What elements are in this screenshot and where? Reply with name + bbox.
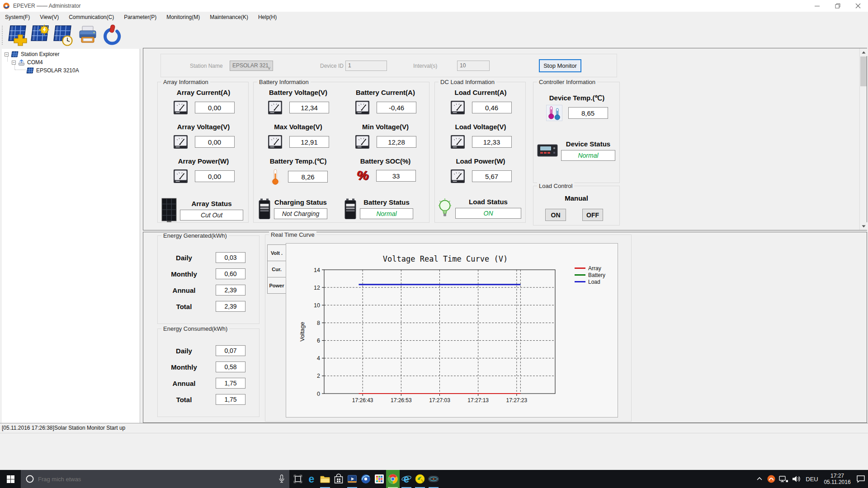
- menu-maintenance-k[interactable]: Maintenance(K): [205, 12, 253, 23]
- taskbar-app-chrome[interactable]: [386, 470, 400, 488]
- energy-row-monthly: Monthly0,58: [158, 361, 259, 372]
- array-status-status: Array StatusCut Out: [161, 198, 243, 222]
- menu-communication-c[interactable]: Communication(C): [64, 12, 119, 23]
- load-current-a-value: 0,46: [472, 102, 512, 113]
- taskbar-app-movies-tv[interactable]: [345, 470, 359, 488]
- taskbar-app-media-player[interactable]: [359, 470, 373, 488]
- vertical-scrollbar[interactable]: [859, 48, 867, 230]
- epever-logo-icon: [3, 2, 10, 9]
- stop-monitor-button[interactable]: Stop Monitor: [539, 59, 581, 72]
- svg-text:%: %: [356, 168, 368, 183]
- battery-status-value: Normal: [360, 208, 413, 219]
- min-voltage-v-value: 12,28: [377, 136, 416, 148]
- controller-icon: [537, 144, 558, 157]
- edge-icon: e: [306, 474, 317, 484]
- device-temp-metric: Device Temp.(℃)8,65: [546, 94, 608, 128]
- tray-avira-icon[interactable]: [766, 470, 777, 488]
- monitor-panel: Station Name EPSOLAR 321 ∨ Device ID 1 I…: [143, 48, 867, 230]
- array-voltage-v-label: Array Voltage(V): [177, 123, 230, 132]
- annual-value: 1,75: [216, 378, 245, 389]
- tab-power[interactable]: Power: [267, 277, 286, 294]
- station-name-label: Station Name: [190, 63, 223, 69]
- energy-row-total: Total2,39: [158, 301, 259, 312]
- annual-label: Annual: [159, 380, 209, 387]
- gauge-icon: [173, 134, 189, 150]
- interval-field[interactable]: 10: [457, 61, 490, 71]
- tray-network-icon[interactable]: [778, 470, 789, 488]
- station-clock-button[interactable]: [51, 24, 73, 46]
- menu-parameter-p[interactable]: Parameter(P): [119, 12, 161, 23]
- taskbar-app-apps-grid[interactable]: [373, 470, 386, 488]
- close-button[interactable]: [848, 0, 868, 12]
- battery-icon: [258, 198, 271, 220]
- maximize-button[interactable]: [827, 0, 848, 12]
- legend-line-icon: [575, 281, 585, 282]
- energy-row-daily: Daily0,03: [158, 252, 259, 263]
- energy-row-daily: Daily0,07: [158, 345, 259, 356]
- station-add-button[interactable]: [6, 24, 28, 46]
- menu-monitoring-m[interactable]: Monitoring(M): [161, 12, 205, 23]
- daily-label: Daily: [159, 347, 209, 355]
- tray-volume-icon[interactable]: [790, 470, 802, 488]
- array-voltage-v-value: 0,00: [195, 136, 235, 148]
- tree-item-station-explorer[interactable]: Station Explorer: [5, 51, 59, 58]
- microphone-icon[interactable]: [278, 474, 285, 483]
- svg-text:10: 10: [314, 302, 320, 309]
- energy-row-annual: Annual1,75: [158, 378, 259, 389]
- monthly-label: Monthly: [159, 270, 209, 278]
- gauge-icon: [354, 134, 371, 150]
- tray-chevron-up-icon[interactable]: [754, 470, 765, 488]
- expander-minus-icon[interactable]: [5, 52, 9, 56]
- menu-view-v[interactable]: View(V): [35, 12, 64, 23]
- menubar: System(F)View(V)Communication(C)Paramete…: [0, 12, 868, 23]
- battery-soc-metric: Battery SOC(%)%%33: [355, 157, 416, 192]
- tray-language[interactable]: DEU: [804, 470, 820, 488]
- load-on-button[interactable]: ON: [545, 209, 566, 221]
- energy-generated-title: Energy Generated(kWh): [161, 232, 229, 239]
- taskbar-app-store[interactable]: [332, 470, 345, 488]
- taskbar-app-task-view[interactable]: [291, 470, 305, 488]
- metric-row: 0,46: [450, 99, 512, 116]
- printer-button[interactable]: [77, 24, 99, 46]
- chrome-icon: [387, 474, 398, 484]
- minimize-button[interactable]: [807, 0, 827, 12]
- expander-minus-icon[interactable]: [12, 61, 16, 65]
- svg-text:14: 14: [314, 267, 320, 273]
- taskbar-app-edge[interactable]: e: [305, 470, 318, 488]
- scroll-up-arrow-icon[interactable]: [860, 48, 867, 56]
- station-sun-button[interactable]: [28, 24, 50, 46]
- load-power-w-value: 5,67: [472, 170, 512, 182]
- tray-clock[interactable]: 17:27 05.11.2016: [821, 470, 854, 488]
- search-input[interactable]: [38, 476, 278, 483]
- energy-row-total: Total1,75: [158, 394, 259, 405]
- start-button[interactable]: [0, 470, 21, 488]
- tree-item-com4[interactable]: COM4: [12, 59, 43, 66]
- device-id-field[interactable]: 1: [345, 61, 387, 71]
- load-off-button[interactable]: OFF: [582, 209, 603, 221]
- tab-cur[interactable]: Cur.: [267, 261, 286, 277]
- taskbar-app-file-explorer[interactable]: [318, 470, 332, 488]
- station-name-combo[interactable]: EPSOLAR 321 ∨: [230, 61, 273, 71]
- legend-load: Load: [575, 279, 605, 285]
- taskbar-app-internet-explorer[interactable]: e: [400, 470, 413, 488]
- scrollbar-thumb[interactable]: [860, 56, 867, 86]
- gauge-icon: [450, 168, 466, 184]
- taskbar-search[interactable]: [21, 470, 289, 488]
- language-label: DEU: [806, 476, 818, 483]
- scroll-down-arrow-icon[interactable]: [860, 222, 867, 230]
- svg-text:12: 12: [314, 285, 320, 291]
- load-current-a-label: Load Current(A): [455, 89, 507, 98]
- action-center-icon[interactable]: [854, 470, 867, 488]
- epever-icon: [428, 474, 439, 484]
- svg-text:17:26:43: 17:26:43: [352, 397, 373, 404]
- device-temp-value: 8,65: [568, 107, 608, 119]
- gauge-icon: [450, 99, 466, 116]
- tree-item-epsolar-3210a[interactable]: EPSOLAR 3210A: [26, 67, 79, 74]
- menu-help-h[interactable]: Help(H): [253, 12, 282, 23]
- taskbar-app-epever-monitor[interactable]: [427, 470, 440, 488]
- power-button[interactable]: [101, 24, 123, 46]
- max-voltage-v-label: Max Voltage(V): [274, 123, 322, 132]
- taskbar-app-epever-tool[interactable]: [413, 470, 427, 488]
- menu-system-f[interactable]: System(F): [0, 12, 35, 23]
- tab-volt[interactable]: Volt .: [267, 244, 286, 261]
